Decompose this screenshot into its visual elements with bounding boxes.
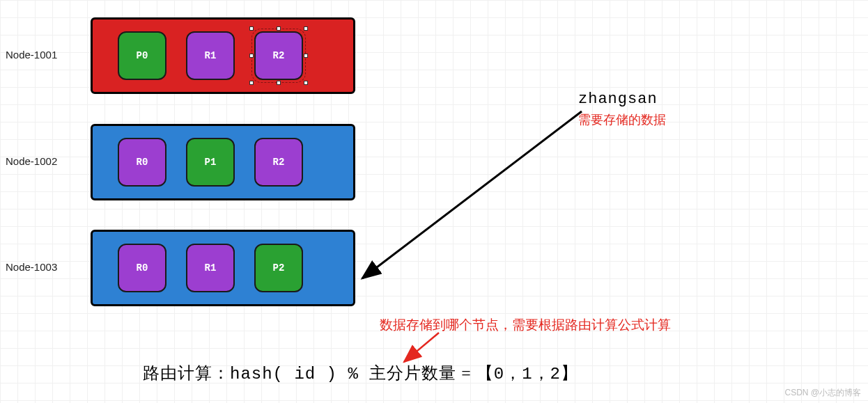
svg-line-1 bbox=[404, 333, 439, 362]
svg-line-0 bbox=[362, 111, 582, 278]
node-1001-container: P0 R1 R2 bbox=[91, 17, 355, 94]
node-1002-container: R0 P1 R2 bbox=[91, 124, 355, 200]
selection-handle bbox=[249, 81, 254, 85]
shard-r2-selected: R2 bbox=[254, 31, 303, 80]
shard-r2-label: R2 bbox=[273, 50, 285, 61]
formula-result: 【0，1，2】 bbox=[476, 365, 578, 384]
selection-handle bbox=[304, 54, 308, 58]
data-example-name: zhangsan bbox=[578, 90, 658, 108]
shard-p0-label: P0 bbox=[137, 50, 148, 61]
shard-r0-b: R0 bbox=[118, 244, 166, 292]
shard-p0: P0 bbox=[118, 31, 166, 80]
shard-r0: R0 bbox=[118, 138, 166, 187]
formula-prefix: 路由计算： bbox=[143, 364, 230, 382]
formula-mid: 主分片数量 = bbox=[369, 364, 476, 382]
shard-r2-b-label: R2 bbox=[273, 157, 285, 168]
data-example-caption: 需要存储的数据 bbox=[578, 111, 666, 128]
routing-annotation: 数据存储到哪个节点，需要根据路由计算公式计算 bbox=[380, 316, 671, 334]
shard-p1: P1 bbox=[186, 138, 235, 187]
node-1001-label: Node-1001 bbox=[6, 49, 57, 61]
selection-handle bbox=[249, 26, 254, 31]
shard-p1-label: P1 bbox=[205, 157, 217, 168]
node-1003-label: Node-1003 bbox=[6, 261, 57, 273]
shard-r0-label: R0 bbox=[137, 157, 148, 168]
node-1002-label: Node-1002 bbox=[6, 155, 57, 167]
selection-handle bbox=[277, 26, 281, 31]
formula-hash: hash( id ) % bbox=[230, 365, 369, 384]
shard-r1-b-label: R1 bbox=[205, 262, 217, 274]
node-1003-container: R0 R1 P2 bbox=[91, 230, 355, 306]
selection-handle bbox=[304, 26, 308, 31]
shard-r1: R1 bbox=[186, 31, 235, 80]
selection-handle bbox=[277, 81, 281, 85]
shard-r2-b: R2 bbox=[254, 138, 303, 187]
csdn-watermark: CSDN @小志的博客 bbox=[784, 387, 861, 399]
shard-r0-b-label: R0 bbox=[137, 262, 148, 274]
selection-handle bbox=[304, 81, 308, 85]
shard-p2-label: P2 bbox=[273, 262, 285, 274]
shard-p2: P2 bbox=[254, 244, 303, 292]
selection-handle bbox=[249, 54, 254, 58]
shard-r1-label: R1 bbox=[205, 50, 217, 61]
shard-r1-b: R1 bbox=[186, 244, 235, 292]
routing-formula: 路由计算：hash( id ) % 主分片数量 = 【0，1，2】 bbox=[143, 362, 578, 384]
